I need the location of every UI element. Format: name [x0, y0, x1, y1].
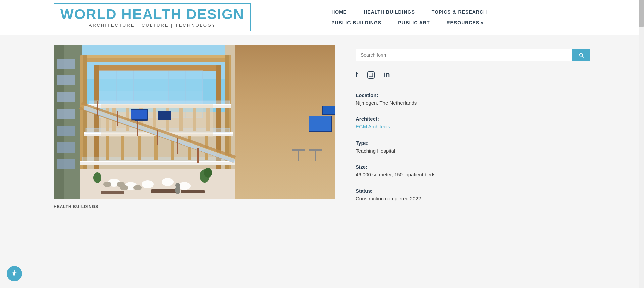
- size-section: Size: 46,000 sq meter, 150 inpatient bed…: [356, 164, 590, 179]
- architect-value[interactable]: EGM Architects: [356, 123, 590, 131]
- status-value: Construction completed 2022: [356, 195, 590, 203]
- svg-rect-81: [181, 190, 205, 193]
- type-value: Teaching Hospital: [356, 147, 590, 155]
- status-label: Status:: [356, 188, 590, 194]
- main-image: [54, 45, 335, 199]
- nav-public-buildings[interactable]: PUBLIC BUILDINGS: [331, 20, 381, 25]
- svg-point-78: [120, 185, 128, 190]
- instagram-icon: □: [367, 71, 375, 79]
- logo-title[interactable]: WORLD HEALTH DESIGN: [60, 7, 244, 22]
- svg-rect-18: [94, 65, 221, 71]
- svg-rect-54: [121, 136, 124, 160]
- svg-rect-37: [89, 101, 230, 104]
- architect-label: Architect:: [356, 116, 590, 122]
- svg-rect-36: [80, 161, 235, 162]
- scrollbar-thumb[interactable]: [639, 0, 644, 27]
- svg-rect-65: [309, 116, 331, 131]
- svg-point-74: [162, 178, 174, 186]
- size-value: 46,000 sq meter, 150 inpatient beds: [356, 171, 590, 179]
- breadcrumb: HEALTH BUILDINGS: [54, 204, 335, 209]
- svg-rect-11: [57, 159, 75, 169]
- svg-rect-55: [138, 136, 141, 160]
- facebook-link[interactable]: f: [356, 71, 358, 78]
- svg-rect-67: [298, 151, 299, 161]
- instagram-link[interactable]: □: [367, 71, 375, 79]
- nav-top-row: HOME HEALTH BUILDINGS TOPICS & RESEARCH: [331, 9, 590, 15]
- svg-rect-68: [309, 149, 322, 151]
- nav-bottom-row: PUBLIC BUILDINGS PUBLIC ART RESOURCES: [331, 20, 590, 25]
- type-label: Type:: [356, 140, 590, 146]
- svg-rect-5: [57, 59, 75, 69]
- location-value: Nijmegen, The Netherlands: [356, 99, 590, 107]
- size-label: Size:: [356, 164, 590, 170]
- location-label: Location:: [356, 92, 590, 98]
- svg-rect-63: [323, 106, 335, 114]
- status-section: Status: Construction completed 2022: [356, 188, 590, 203]
- main-nav: HOME HEALTH BUILDINGS TOPICS & RESEARCH …: [331, 9, 590, 25]
- svg-point-76: [103, 182, 111, 187]
- search-button[interactable]: [572, 49, 590, 61]
- logo-area: WORLD HEALTH DESIGN ARCHITECTURE | CULTU…: [54, 3, 251, 31]
- facebook-icon: f: [356, 71, 358, 78]
- social-icons: f □ in: [356, 71, 590, 79]
- svg-rect-20: [216, 65, 221, 183]
- linkedin-icon: in: [384, 71, 390, 78]
- logo-box: WORLD HEALTH DESIGN ARCHITECTURE | CULTU…: [54, 3, 251, 31]
- nav-health-buildings[interactable]: HEALTH BUILDINGS: [364, 9, 415, 15]
- atrium-image: [54, 45, 335, 199]
- svg-point-87: [175, 183, 180, 188]
- svg-point-85: [93, 172, 101, 183]
- svg-rect-80: [151, 189, 178, 193]
- architect-section: Architect: EGM Architects: [356, 116, 590, 131]
- main-content: HEALTH BUILDINGS f □ in: [0, 35, 644, 222]
- svg-rect-69: [315, 151, 316, 161]
- location-section: Location: Nijmegen, The Netherlands: [356, 92, 590, 107]
- svg-rect-7: [57, 92, 75, 102]
- nav-topics-research[interactable]: TOPICS & RESEARCH: [432, 9, 487, 15]
- logo-subtitle: ARCHITECTURE | CULTURE | TECHNOLOGY: [60, 23, 244, 28]
- linkedin-link[interactable]: in: [384, 71, 390, 78]
- nav-public-art[interactable]: PUBLIC ART: [398, 20, 430, 25]
- type-section: Type: Teaching Hospital: [356, 140, 590, 155]
- svg-point-98: [14, 270, 15, 272]
- svg-point-79: [133, 185, 142, 190]
- svg-rect-13: [80, 55, 231, 58]
- site-header: WORLD HEALTH DESIGN ARCHITECTURE | CULTU…: [0, 0, 644, 35]
- svg-point-84: [204, 168, 212, 178]
- svg-rect-8: [57, 109, 75, 119]
- svg-rect-19: [94, 65, 99, 183]
- scrollbar-track[interactable]: [639, 0, 644, 288]
- accessibility-icon: [10, 270, 18, 278]
- search-input[interactable]: [356, 49, 572, 61]
- svg-rect-6: [57, 75, 75, 85]
- svg-rect-51: [131, 110, 147, 119]
- svg-rect-66: [292, 149, 305, 151]
- accessibility-button[interactable]: [7, 266, 22, 281]
- content-right: f □ in Location: Nijmegen, The Netherlan…: [356, 45, 590, 212]
- svg-rect-82: [101, 191, 124, 194]
- svg-rect-52: [158, 111, 171, 120]
- svg-rect-10: [57, 142, 75, 153]
- search-icon: [578, 52, 584, 58]
- content-left: HEALTH BUILDINGS: [54, 45, 335, 212]
- svg-rect-53: [106, 136, 109, 160]
- nav-home[interactable]: HOME: [331, 9, 347, 15]
- svg-point-73: [142, 180, 154, 188]
- svg-rect-9: [57, 126, 75, 136]
- nav-resources[interactable]: RESOURCES: [446, 20, 484, 25]
- search-container: [356, 49, 590, 61]
